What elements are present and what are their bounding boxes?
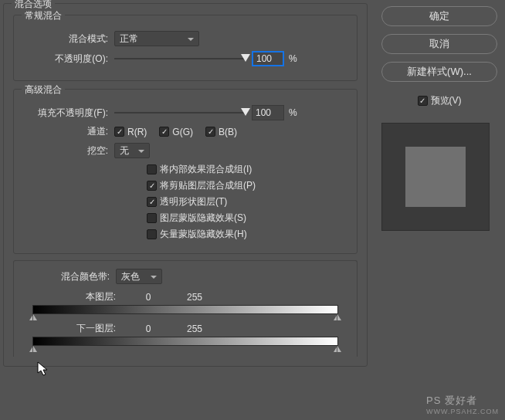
ok-button[interactable]: 确定	[381, 6, 497, 26]
cancel-button[interactable]: 取消	[381, 34, 497, 54]
underlying-high: 255	[171, 323, 218, 334]
channels-label: 通道:	[23, 125, 108, 138]
blend-if-select[interactable]: 灰色	[116, 269, 162, 284]
this-layer-gradient[interactable]	[32, 305, 338, 314]
layer-mask-hides-checkbox[interactable]	[147, 213, 157, 223]
knockout-value: 无	[120, 144, 129, 158]
slider-thumb-icon[interactable]	[241, 54, 250, 62]
blend-mode-select[interactable]: 正常	[114, 31, 199, 46]
blend-interior-label: 将内部效果混合成组(I)	[160, 163, 252, 176]
transparency-shapes-checkbox[interactable]	[147, 197, 157, 207]
this-layer-low: 0	[125, 292, 171, 303]
fill-opacity-slider[interactable]	[114, 112, 246, 113]
blend-if-value: 灰色	[121, 270, 140, 283]
preview-swatch-inner	[405, 147, 466, 207]
vector-mask-hides-label: 矢量蒙版隐藏效果(H)	[160, 228, 247, 241]
opacity-slider[interactable]	[114, 58, 246, 59]
underlying-low: 0	[125, 323, 171, 334]
watermark: PS 爱好者 WWW.PSAHZ.COM	[426, 394, 499, 415]
fill-opacity-input[interactable]	[252, 105, 284, 120]
advanced-blending-group: 高级混合 填充不透明度(F): % 通道: R(R) G(G) B(B) 挖空:…	[13, 89, 358, 254]
gradient-thumb-low-icon[interactable]	[29, 346, 37, 352]
gradient-thumb-high-icon[interactable]	[334, 346, 341, 352]
blend-mode-label: 混合模式:	[23, 32, 108, 46]
opacity-unit: %	[289, 53, 297, 64]
slider-thumb-icon[interactable]	[241, 108, 250, 116]
gradient-thumb-low-icon[interactable]	[29, 314, 37, 320]
underlying-layer-label: 下一图层:	[23, 322, 116, 335]
general-blending-group: 常规混合 混合模式: 正常 不透明度(O): %	[13, 15, 358, 81]
underlying-gradient[interactable]	[32, 337, 338, 346]
channel-g-label: G(G)	[172, 127, 193, 137]
transparency-shapes-label: 透明形状图层(T)	[160, 195, 227, 208]
advanced-blending-legend: 高级混合	[22, 83, 65, 97]
this-layer-label: 本图层:	[23, 290, 116, 303]
channel-r-label: R(R)	[127, 127, 147, 137]
channel-g-checkbox[interactable]	[159, 127, 169, 137]
new-style-button[interactable]: 新建样式(W)...	[381, 62, 497, 82]
knockout-label: 挖空:	[23, 144, 108, 158]
fill-opacity-unit: %	[289, 107, 297, 118]
fill-opacity-label: 填充不透明度(F):	[23, 107, 108, 120]
blend-clipped-label: 将剪贴图层混合成组(P)	[160, 179, 256, 192]
preview-swatch	[381, 123, 490, 231]
opacity-input[interactable]	[252, 51, 284, 66]
opacity-label: 不透明度(O):	[23, 52, 108, 66]
preview-label: 预览(V)	[431, 94, 462, 107]
preview-checkbox[interactable]	[418, 96, 428, 106]
gradient-thumb-high-icon[interactable]	[334, 314, 341, 320]
blend-if-group: 混合颜色带: 灰色 本图层: 0 255 下一图层: 0 255	[13, 260, 358, 357]
blending-options-group: 混合选项 常规混合 混合模式: 正常 不透明度(O): % 高级混合 填充不透明…	[3, 3, 368, 367]
blend-clipped-checkbox[interactable]	[147, 181, 157, 191]
channel-b-label: B(B)	[219, 127, 237, 137]
blend-mode-value: 正常	[120, 32, 138, 46]
this-layer-high: 255	[171, 292, 218, 303]
general-blending-legend: 常规混合	[22, 9, 65, 22]
watermark-sub: WWW.PSAHZ.COM	[426, 408, 499, 415]
vector-mask-hides-checkbox[interactable]	[147, 229, 157, 239]
blend-if-label: 混合颜色带:	[23, 270, 110, 283]
channel-b-checkbox[interactable]	[205, 127, 215, 137]
watermark-main: PS 爱好者	[426, 395, 477, 406]
blend-interior-checkbox[interactable]	[147, 164, 157, 174]
channel-r-checkbox[interactable]	[114, 127, 124, 137]
knockout-select[interactable]: 无	[114, 143, 150, 158]
layer-mask-hides-label: 图层蒙版隐藏效果(S)	[160, 212, 246, 225]
